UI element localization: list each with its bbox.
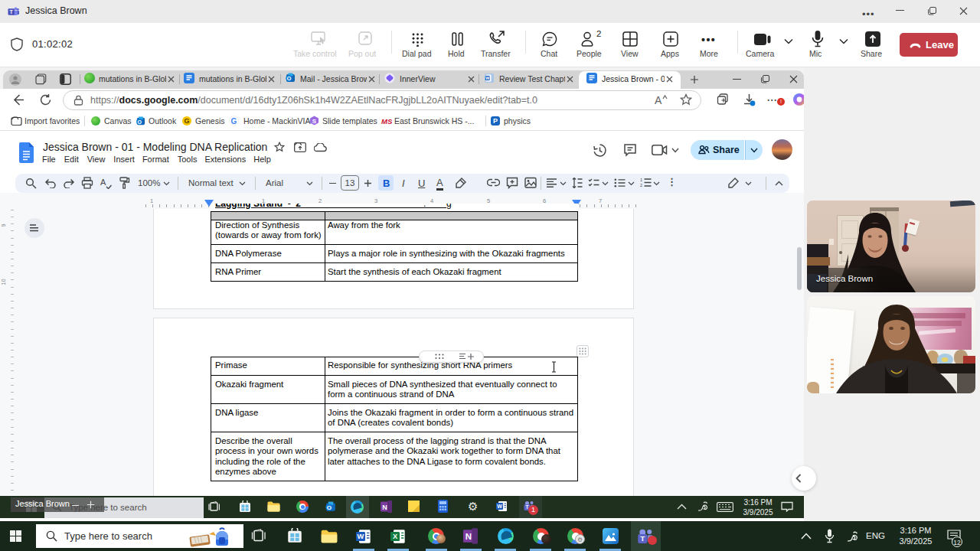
svg-text:O: O: [287, 75, 292, 82]
svg-text:S: S: [312, 118, 317, 125]
svg-text:W: W: [497, 504, 502, 509]
svg-text:T: T: [10, 9, 14, 15]
svg-text:O: O: [327, 504, 332, 511]
svg-text:X: X: [393, 533, 398, 540]
svg-text:O: O: [137, 119, 142, 125]
svg-text:A: A: [100, 178, 106, 187]
svg-text:W: W: [485, 76, 490, 80]
svg-text:N: N: [382, 504, 387, 511]
svg-text:N: N: [466, 532, 472, 541]
svg-text:W: W: [358, 533, 364, 540]
svg-text:2: 2: [640, 183, 642, 187]
svg-text:A: A: [655, 94, 662, 106]
svg-text:1: 1: [640, 178, 642, 182]
svg-text:T: T: [640, 534, 645, 543]
